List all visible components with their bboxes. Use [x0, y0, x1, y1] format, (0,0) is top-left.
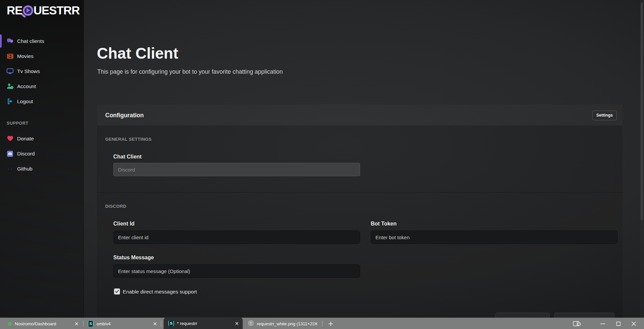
page-description: This page is for configuring your bot to…	[97, 68, 283, 75]
logo-text-pre: RE	[7, 4, 22, 17]
tab-ombiv4[interactable]: S ombiv4	[83, 318, 161, 329]
bot-token-label: Bot Token	[371, 221, 397, 227]
dm-support-checkbox[interactable]	[114, 288, 120, 294]
maximize-button[interactable]	[612, 318, 624, 329]
bot-token-input[interactable]	[371, 231, 618, 244]
client-id-label: Client Id	[113, 221, 134, 227]
tab-requestrr-active[interactable]: S * requestrr	[164, 317, 243, 329]
chat-client-label: Chat Client	[113, 154, 141, 160]
section-divider	[97, 192, 623, 193]
touch-keyboard-icon[interactable]	[571, 318, 583, 329]
sidebar-item-chat-clients[interactable]: Chat clients	[0, 34, 84, 49]
tab-close-icon[interactable]	[235, 322, 239, 325]
sidebar-item-label: Movies	[17, 53, 34, 59]
chat-bubbles-icon	[6, 38, 14, 44]
sidebar-item-label: Donate	[17, 136, 34, 142]
logo-play-icon	[23, 5, 33, 16]
film-icon	[6, 54, 14, 59]
sidebar-support-nav: Donate Discord Github	[0, 131, 84, 176]
plus-icon	[328, 321, 333, 326]
globe-icon	[248, 320, 254, 327]
minimize-button[interactable]	[597, 318, 608, 329]
browser-tab-strip: Nostromo/Dashboard S ombiv4 S * requestr…	[0, 318, 644, 329]
app-window: RE UESTRR Chat clients Movies	[0, 0, 644, 329]
checkmark-icon	[115, 290, 119, 293]
tab-title: * requestrr	[177, 321, 197, 326]
tab-requestrr-white-png[interactable]: requestrr_white.png (1311×232)	[245, 318, 321, 329]
tab-title: requestrr_white.png (1311×232)	[257, 321, 314, 326]
tab-nostromo-dashboard[interactable]: Nostromo/Dashboard	[0, 318, 83, 329]
s-logo-favicon: S	[88, 321, 94, 327]
sidebar-item-label: Account	[17, 83, 36, 89]
client-id-input[interactable]	[113, 231, 360, 244]
user-shield-icon	[6, 83, 14, 89]
tab-title: Nostromo/Dashboard	[15, 321, 56, 326]
sidebar-item-label: Discord	[17, 151, 35, 157]
support-section-header: SUPPORT	[7, 121, 28, 126]
dm-support-checkbox-label: Enable direct messages support	[123, 288, 197, 295]
settings-button[interactable]: Settings	[592, 111, 617, 120]
active-indicator	[0, 35, 2, 48]
sidebar: RE UESTRR Chat clients Movies	[0, 0, 84, 318]
tab-title: ombiv4	[97, 321, 111, 326]
green-dot-favicon	[8, 322, 12, 326]
discord-icon	[6, 151, 14, 157]
tab-close-icon[interactable]	[314, 322, 318, 326]
discord-section-title: DISCORD	[105, 204, 126, 209]
scrollbar[interactable]	[640, 0, 644, 318]
new-tab-button[interactable]	[326, 320, 335, 327]
chat-client-select[interactable]: Discord	[113, 163, 360, 176]
general-settings-section-title: GENERAL SETTINGS	[105, 137, 152, 142]
sidebar-item-tv-shows[interactable]: Tv Shows	[0, 64, 84, 79]
chat-client-selected-value: Discord	[118, 167, 135, 173]
monitor-icon	[6, 68, 14, 74]
tab-divider	[322, 321, 323, 327]
sidebar-nav: Chat clients Movies Tv Shows Account	[0, 34, 84, 109]
tab-divider	[161, 321, 161, 327]
panel-title: Configuration	[105, 105, 144, 126]
requestrr-logo[interactable]: RE UESTRR	[7, 3, 80, 17]
sidebar-item-label: Tv Shows	[17, 68, 40, 74]
sidebar-item-discord[interactable]: Discord	[0, 146, 84, 161]
page-title: Chat Client	[97, 44, 178, 62]
sidebar-item-label: Chat clients	[17, 38, 44, 44]
close-button[interactable]	[628, 318, 639, 329]
configuration-panel: Configuration Settings GENERAL SETTINGS …	[97, 105, 623, 329]
scrollbar-thumb[interactable]	[641, 2, 643, 220]
github-icon	[6, 166, 14, 172]
s-logo-favicon: S	[168, 321, 174, 326]
sidebar-item-movies[interactable]: Movies	[0, 49, 84, 64]
logo-text-post: UESTRR	[34, 4, 80, 17]
sidebar-item-label: Github	[17, 166, 33, 172]
sidebar-item-account[interactable]: Account	[0, 79, 84, 94]
status-message-input[interactable]	[113, 264, 360, 278]
tab-close-icon[interactable]	[153, 322, 157, 326]
sidebar-item-logout[interactable]: Logout	[0, 94, 84, 109]
status-message-label: Status Message	[113, 255, 154, 261]
tab-close-icon[interactable]	[75, 322, 78, 326]
configuration-panel-header: Configuration Settings	[97, 105, 623, 126]
heart-icon	[6, 136, 14, 141]
sidebar-item-github[interactable]: Github	[0, 161, 84, 176]
sidebar-item-label: Logout	[17, 98, 33, 105]
sidebar-item-donate[interactable]: Donate	[0, 131, 84, 146]
logout-icon	[6, 98, 14, 104]
